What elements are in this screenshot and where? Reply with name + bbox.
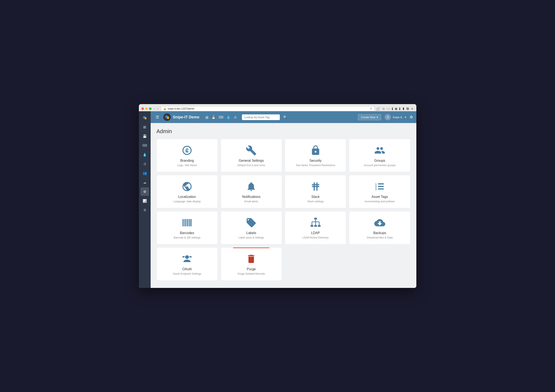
sidebar-item-consumables[interactable]: 💧 xyxy=(140,150,149,159)
avatar-initials: S xyxy=(387,116,389,119)
backups-subtitle: Download files & Data xyxy=(367,236,393,239)
admin-card-barcodes[interactable]: Barcodes Barcode & QR settings xyxy=(157,211,218,244)
dashboard-icon: 🎭 xyxy=(143,116,147,120)
share-icon[interactable]: ⬆ xyxy=(402,107,405,111)
sidebar-item-assets[interactable]: ▦ xyxy=(140,123,149,131)
admin-card-general-settings[interactable]: General Settings Default EULA and more xyxy=(221,139,282,172)
backups-title: Backups xyxy=(373,231,386,235)
svg-rect-13 xyxy=(189,219,189,226)
browser-titlebar: ‹ › 🔒 snipe-it.dev:1337/admin ↻ 🛒 ☆ ⋯ ℹ … xyxy=(141,106,414,111)
bell-icon xyxy=(246,181,257,192)
forward-button[interactable]: › xyxy=(157,107,159,111)
more-icon[interactable]: ⋯ xyxy=(387,107,390,111)
admin-card-ldap[interactable]: LDAP LDAP/Active Directory xyxy=(285,211,346,244)
nav-icon-save[interactable]: 💾 xyxy=(212,115,216,119)
user-menu[interactable]: S Snipe E. ▾ xyxy=(385,114,406,120)
svg-text:3: 3 xyxy=(375,188,377,191)
svg-rect-15 xyxy=(191,219,191,226)
admin-card-notifications[interactable]: Notifications Email alerts xyxy=(221,175,282,208)
bookmark-icon[interactable]: ☆ xyxy=(382,107,385,111)
svg-rect-27 xyxy=(190,256,192,258)
svg-rect-11 xyxy=(186,219,187,226)
hash-icon xyxy=(310,181,321,192)
user-name: Snipe E. xyxy=(393,116,403,119)
notifications-title: Notifications xyxy=(242,195,261,199)
monitor-icon: 🖥 xyxy=(143,208,146,212)
menu-toggle-button[interactable]: ☰ xyxy=(154,114,161,120)
users-icon xyxy=(374,145,385,156)
trash-icon xyxy=(246,254,257,264)
app-container: 🎭 ▦ 💾 ⌨ 💧 🖨 👥 ☁ ⚙ xyxy=(139,111,416,288)
navbar-icons: ▦ 💾 ⌨ 💧 🖨 xyxy=(205,115,237,119)
sidebar-item-people[interactable]: 👥 xyxy=(140,169,149,177)
nav-icon-keyboard[interactable]: ⌨ xyxy=(219,115,223,119)
settings-gear-icon[interactable]: ⚙ xyxy=(410,115,413,119)
new-tab-icon[interactable]: ＋ xyxy=(410,107,414,111)
nav-icon-drop[interactable]: 💧 xyxy=(226,115,231,119)
lock-icon xyxy=(310,145,321,156)
notifications-subtitle: Email alerts xyxy=(244,200,258,203)
groups-subtitle: Account permission groups xyxy=(364,164,395,167)
brand-avatar: 🎭 xyxy=(163,113,171,121)
search-button[interactable]: 🔍 xyxy=(283,115,287,119)
admin-card-oauth[interactable]: OAuth Oauth Endpoint Settings xyxy=(157,247,218,281)
barcode-icon xyxy=(182,217,192,228)
asset-tags-title: Asset Tags xyxy=(372,195,388,199)
accessories-icon: ⌨ xyxy=(142,143,147,147)
main-content: ☰ 🎭 Snipe-IT Demo ▦ 💾 ⌨ 💧 🖨 🔍 xyxy=(151,111,416,288)
layers-icon[interactable]: ⊕ xyxy=(395,107,397,111)
nav-buttons: ‹ › xyxy=(153,107,159,111)
admin-card-groups[interactable]: Groups Account permission groups xyxy=(349,139,410,172)
sidebar-item-monitor[interactable]: 🖥 xyxy=(140,206,149,214)
general-settings-subtitle: Default EULA and more xyxy=(238,164,265,167)
admin-card-slack[interactable]: Slack Slack settings xyxy=(285,175,346,208)
sidebar-item-licenses[interactable]: 💾 xyxy=(140,132,149,140)
duplicate-icon[interactable]: ⧉ xyxy=(407,107,409,111)
tags-icon xyxy=(246,217,257,228)
cloud-icon: ☁ xyxy=(143,181,146,184)
globe-icon xyxy=(182,181,192,192)
info-icon[interactable]: ℹ xyxy=(392,107,393,111)
address-bar[interactable]: 🔒 snipe-it.dev:1337/admin ↻ xyxy=(161,106,374,111)
back-button[interactable]: ‹ xyxy=(153,107,156,111)
admin-cards-grid: C Branding Logo, Site Name General Setti… xyxy=(157,139,410,281)
admin-card-asset-tags[interactable]: 1 2 3 Asset Tags Incrementing and prefix… xyxy=(349,175,410,208)
nav-icon-print[interactable]: 🖨 xyxy=(234,115,237,119)
network-icon xyxy=(310,217,321,228)
svg-rect-10 xyxy=(185,219,186,226)
asset-tag-search-input[interactable] xyxy=(242,114,280,120)
refresh-icon[interactable]: ↻ xyxy=(370,107,372,110)
admin-card-security[interactable]: Security Two-factor, Password Restrictio… xyxy=(285,139,346,172)
minimize-button[interactable] xyxy=(145,108,148,110)
amazon-icon[interactable]: 🛒 xyxy=(376,107,380,111)
create-new-label: Create New xyxy=(361,116,376,119)
nav-icon-monitor[interactable]: ▦ xyxy=(205,115,209,119)
info2-icon[interactable]: ℹ xyxy=(399,107,400,111)
admin-card-purge[interactable]: Purge Purge Deleted Records xyxy=(221,247,282,281)
user-dropdown-icon: ▾ xyxy=(405,116,406,119)
sidebar-item-reports[interactable]: 📊 xyxy=(140,197,149,205)
admin-card-labels[interactable]: Labels Label sizes & settings xyxy=(221,211,282,244)
sidebar-item-cloud[interactable]: ☁ xyxy=(140,178,149,187)
sidebar-item-dashboard[interactable]: 🎭 xyxy=(140,113,149,122)
branding-title: Branding xyxy=(180,159,194,163)
close-button[interactable] xyxy=(141,108,144,110)
admin-card-backups[interactable]: Backups Download files & Data xyxy=(349,211,410,244)
copyright-icon: C xyxy=(182,145,192,156)
admin-card-localization[interactable]: Localization Language, date display xyxy=(157,175,218,208)
sidebar-item-settings[interactable]: ⚙ xyxy=(140,187,149,196)
browser-window: ‹ › 🔒 snipe-it.dev:1337/admin ↻ 🛒 ☆ ⋯ ℹ … xyxy=(139,104,416,288)
svg-rect-12 xyxy=(187,219,188,226)
create-new-button[interactable]: Create New ▾ xyxy=(358,114,381,120)
svg-rect-3 xyxy=(378,183,384,184)
sidebar-item-components[interactable]: 🖨 xyxy=(140,160,149,168)
admin-card-branding[interactable]: C Branding Logo, Site Name xyxy=(157,139,218,172)
slack-title: Slack xyxy=(311,195,320,199)
brand-logo: 🎭 xyxy=(165,115,169,119)
people-icon: 👥 xyxy=(143,171,147,175)
sidebar-item-accessories[interactable]: ⌨ xyxy=(140,141,149,150)
maximize-button[interactable] xyxy=(149,108,152,110)
spy-icon xyxy=(182,254,192,264)
browser-chrome: ‹ › 🔒 snipe-it.dev:1337/admin ↻ 🛒 ☆ ⋯ ℹ … xyxy=(139,104,416,111)
svg-rect-17 xyxy=(311,225,313,227)
